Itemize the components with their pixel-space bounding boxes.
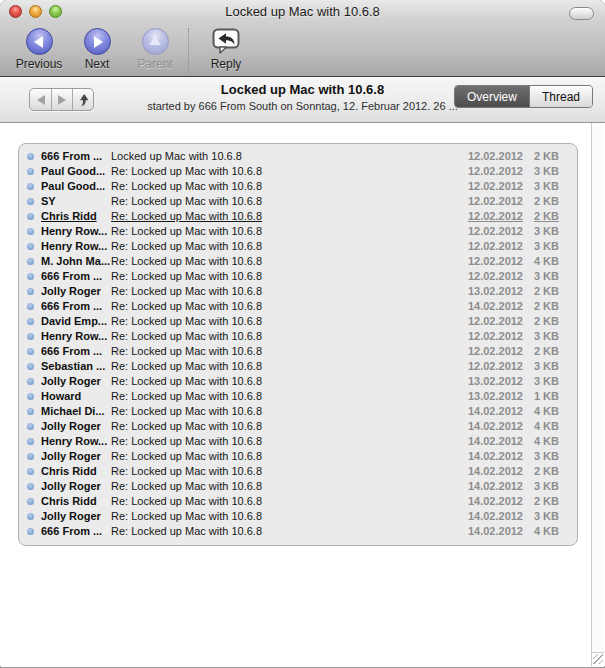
message-date: 12.02.2012 xyxy=(461,329,523,344)
bullet-cell xyxy=(19,468,41,475)
message-bullet-icon xyxy=(27,513,34,520)
message-date: 14.02.2012 xyxy=(461,419,523,434)
message-subject: Re: Locked up Mac with 10.6.8 xyxy=(111,449,461,464)
message-sender: 666 From ... xyxy=(41,299,111,314)
list-item[interactable]: 666 From ... Re: Locked up Mac with 10.6… xyxy=(19,269,577,284)
content-area: 666 From ... Locked up Mac with 10.6.8 1… xyxy=(0,123,605,666)
reply-button[interactable]: Reply xyxy=(197,28,255,71)
bullet-cell xyxy=(19,183,41,190)
bullet-cell xyxy=(19,453,41,460)
list-item[interactable]: Jolly Roger Re: Locked up Mac with 10.6.… xyxy=(19,449,577,464)
list-item[interactable]: 666 From ... Locked up Mac with 10.6.8 1… xyxy=(19,149,577,164)
message-bullet-icon xyxy=(27,393,34,400)
list-item[interactable]: Jolly Roger Re: Locked up Mac with 10.6.… xyxy=(19,374,577,389)
message-date: 14.02.2012 xyxy=(461,494,523,509)
bullet-cell xyxy=(19,408,41,415)
message-subject: Re: Locked up Mac with 10.6.8 xyxy=(111,524,461,539)
message-subject: Re: Locked up Mac with 10.6.8 xyxy=(111,224,461,239)
message-subject: Re: Locked up Mac with 10.6.8 xyxy=(111,374,461,389)
list-item[interactable]: Chris Ridd Re: Locked up Mac with 10.6.8… xyxy=(19,209,577,224)
message-size: 3 KB xyxy=(523,359,559,374)
bullet-cell xyxy=(19,483,41,490)
message-bullet-icon xyxy=(27,483,34,490)
list-item[interactable]: Chris Ridd Re: Locked up Mac with 10.6.8… xyxy=(19,494,577,509)
message-size: 3 KB xyxy=(523,164,559,179)
message-sender: Michael Di... xyxy=(41,404,111,419)
message-bullet-icon xyxy=(27,378,34,385)
message-bullet-icon xyxy=(27,228,34,235)
bullet-cell xyxy=(19,363,41,370)
message-date: 13.02.2012 xyxy=(461,284,523,299)
message-date: 12.02.2012 xyxy=(461,314,523,329)
list-item[interactable]: Paul Good... Re: Locked up Mac with 10.6… xyxy=(19,164,577,179)
list-item[interactable]: Jolly Roger Re: Locked up Mac with 10.6.… xyxy=(19,419,577,434)
message-sender: Paul Good... xyxy=(41,179,111,194)
bullet-cell xyxy=(19,168,41,175)
list-item[interactable]: David Emp... Re: Locked up Mac with 10.6… xyxy=(19,314,577,329)
list-item[interactable]: Sebastian ... Re: Locked up Mac with 10.… xyxy=(19,359,577,374)
message-date: 12.02.2012 xyxy=(461,344,523,359)
list-item[interactable]: Chris Ridd Re: Locked up Mac with 10.6.8… xyxy=(19,464,577,479)
message-bullet-icon xyxy=(27,333,34,340)
message-bullet-icon xyxy=(27,258,34,265)
parent-icon xyxy=(142,28,169,55)
bullet-cell xyxy=(19,513,41,520)
message-date: 14.02.2012 xyxy=(461,434,523,449)
message-sender: Jolly Roger xyxy=(41,374,111,389)
tab-overview[interactable]: Overview xyxy=(455,86,529,107)
list-item[interactable]: Henry Row... Re: Locked up Mac with 10.6… xyxy=(19,224,577,239)
list-item[interactable]: M. John Ma... Re: Locked up Mac with 10.… xyxy=(19,254,577,269)
list-item[interactable]: Jolly Roger Re: Locked up Mac with 10.6.… xyxy=(19,284,577,299)
message-date: 12.02.2012 xyxy=(461,224,523,239)
bullet-cell xyxy=(19,198,41,205)
list-item[interactable]: Jolly Roger Re: Locked up Mac with 10.6.… xyxy=(19,509,577,524)
message-date: 14.02.2012 xyxy=(461,524,523,539)
message-bullet-icon xyxy=(27,183,34,190)
message-sender: Henry Row... xyxy=(41,329,111,344)
message-date: 12.02.2012 xyxy=(461,254,523,269)
next-button[interactable]: Next xyxy=(68,28,126,71)
tab-thread[interactable]: Thread xyxy=(529,86,592,107)
list-item[interactable]: Michael Di... Re: Locked up Mac with 10.… xyxy=(19,404,577,419)
message-date: 14.02.2012 xyxy=(461,449,523,464)
message-subject: Re: Locked up Mac with 10.6.8 xyxy=(111,254,461,269)
list-item[interactable]: Howard Re: Locked up Mac with 10.6.8 13.… xyxy=(19,389,577,404)
title-bar[interactable]: Locked up Mac with 10.6.8 xyxy=(0,0,605,22)
message-sender: Chris Ridd xyxy=(41,494,111,509)
list-item[interactable]: Henry Row... Re: Locked up Mac with 10.6… xyxy=(19,239,577,254)
message-bullet-icon xyxy=(27,198,34,205)
bullet-cell xyxy=(19,378,41,385)
list-item[interactable]: Henry Row... Re: Locked up Mac with 10.6… xyxy=(19,434,577,449)
list-item[interactable]: 666 From ... Re: Locked up Mac with 10.6… xyxy=(19,524,577,539)
vertical-scrollbar[interactable] xyxy=(591,123,604,666)
message-subject: Re: Locked up Mac with 10.6.8 xyxy=(111,494,461,509)
message-date: 12.02.2012 xyxy=(461,149,523,164)
message-subject: Re: Locked up Mac with 10.6.8 xyxy=(111,329,461,344)
reply-icon xyxy=(212,28,240,55)
toolbar-toggle-button[interactable] xyxy=(569,7,594,20)
message-subject: Re: Locked up Mac with 10.6.8 xyxy=(111,344,461,359)
list-item[interactable]: Henry Row... Re: Locked up Mac with 10.6… xyxy=(19,329,577,344)
previous-button[interactable]: Previous xyxy=(10,28,68,71)
message-subject: Re: Locked up Mac with 10.6.8 xyxy=(111,299,461,314)
list-item[interactable]: Paul Good... Re: Locked up Mac with 10.6… xyxy=(19,179,577,194)
list-item[interactable]: 666 From ... Re: Locked up Mac with 10.6… xyxy=(19,299,577,314)
previous-label: Previous xyxy=(16,57,63,71)
list-item[interactable]: Jolly Roger Re: Locked up Mac with 10.6.… xyxy=(19,479,577,494)
list-item[interactable]: 666 From ... Re: Locked up Mac with 10.6… xyxy=(19,344,577,359)
message-bullet-icon xyxy=(27,243,34,250)
resize-grip[interactable] xyxy=(591,652,604,665)
message-date: 13.02.2012 xyxy=(461,389,523,404)
message-sender: Jolly Roger xyxy=(41,284,111,299)
message-size: 2 KB xyxy=(523,314,559,329)
thread-header: Locked up Mac with 10.6.8 started by 666… xyxy=(0,77,605,123)
message-subject: Re: Locked up Mac with 10.6.8 xyxy=(111,194,461,209)
bullet-cell xyxy=(19,153,41,160)
list-item[interactable]: SY Re: Locked up Mac with 10.6.8 12.02.2… xyxy=(19,194,577,209)
parent-label: Parent xyxy=(137,57,172,71)
message-bullet-icon xyxy=(27,213,34,220)
bullet-cell xyxy=(19,348,41,355)
message-size: 3 KB xyxy=(523,179,559,194)
message-size: 2 KB xyxy=(523,299,559,314)
message-size: 3 KB xyxy=(523,239,559,254)
